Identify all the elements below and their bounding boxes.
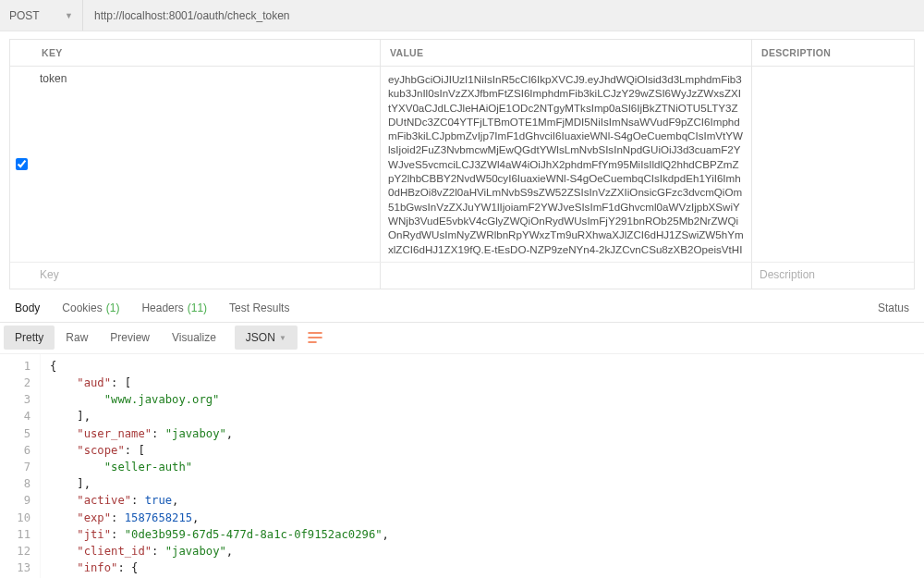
wrap-lines-icon[interactable] [303,326,327,350]
tab-body[interactable]: Body [4,295,51,322]
col-desc-header: DESCRIPTION [752,40,914,66]
format-label: JSON [246,331,275,344]
preview-button[interactable]: Preview [99,326,161,350]
body-toolbar: Pretty Raw Preview Visualize JSON ▼ [0,323,924,354]
json-editor: 1234567891011121314151617181920212223242… [0,354,924,578]
pretty-button[interactable]: Pretty [4,326,55,350]
status-label: Status [878,301,909,314]
tab-cookies[interactable]: Cookies (1) [51,295,130,322]
value-cell[interactable]: eyJhbGciOiJIUzI1NiIsInR5cCI6IkpXVCJ9.eyJ… [381,67,752,262]
chevron-down-icon: ▼ [65,11,73,20]
code-area[interactable]: { "aud": [ "www.javaboy.org" ], "user_na… [41,354,924,578]
visualize-button[interactable]: Visualize [161,326,227,350]
col-key-header: KEY [10,40,381,66]
value-empty[interactable] [381,263,752,289]
format-select[interactable]: JSON ▼ [235,326,298,350]
params-row: token eyJhbGciOiJIUzI1NiIsInR5cCI6IkpXVC… [10,67,914,263]
tab-cookies-label: Cookies [62,301,102,314]
tab-headers-count: (11) [188,301,207,314]
tab-headers-label: Headers [141,301,183,314]
row-check-cell [10,263,32,289]
tab-test-results[interactable]: Test Results [218,295,300,322]
desc-cell[interactable] [752,67,914,262]
chevron-down-icon: ▼ [279,334,286,342]
params-row-empty: Key Description [10,263,914,289]
key-placeholder[interactable]: Key [32,263,381,289]
key-cell[interactable]: token [32,67,381,262]
tab-cookies-count: (1) [106,301,120,314]
row-checkbox[interactable] [16,158,28,170]
http-method-label: POST [9,9,40,22]
params-header: KEY VALUE DESCRIPTION [10,40,914,67]
tab-headers[interactable]: Headers (11) [130,295,218,322]
response-tabs: Body Cookies (1) Headers (11) Test Resul… [0,295,924,323]
response-status: Status [878,301,920,314]
http-method-select[interactable]: POST ▼ [0,0,83,31]
col-value-header: VALUE [381,40,752,66]
line-gutter: 1234567891011121314151617181920212223242… [0,354,41,578]
url-input[interactable] [83,0,924,31]
row-check-cell [10,67,32,262]
request-bar: POST ▼ [0,0,924,31]
params-table: KEY VALUE DESCRIPTION token eyJhbGciOiJI… [9,39,915,289]
desc-placeholder[interactable]: Description [752,263,914,289]
raw-button[interactable]: Raw [55,326,99,350]
